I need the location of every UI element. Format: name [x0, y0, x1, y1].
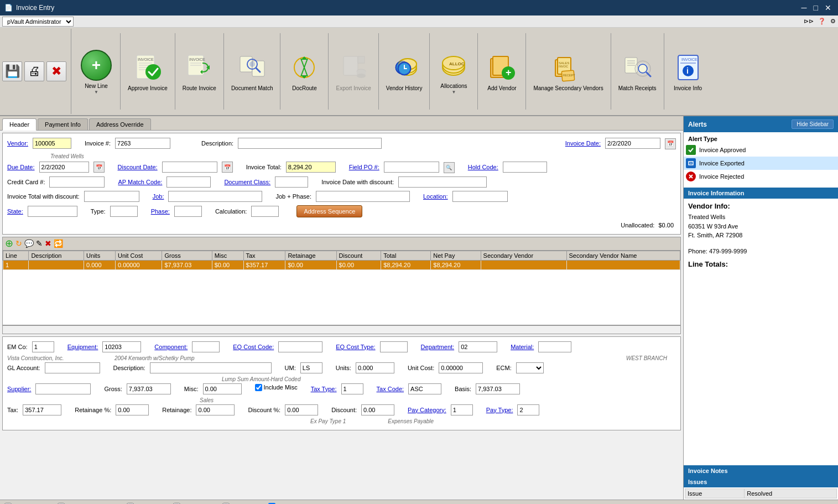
save-button[interactable]: 💾 [2, 61, 22, 81]
discount-date-label[interactable]: Discount Date: [118, 164, 158, 170]
supplier-label[interactable]: Supplier: [7, 386, 31, 392]
table-row[interactable]: 1 0.000 0.00000 $7,937.03 $0.00 $357.17 … [3, 260, 680, 269]
minimize-button[interactable]: ─ [799, 3, 809, 12]
add-vendor-button[interactable]: + Add Vendor [480, 48, 523, 95]
vendor-label[interactable]: Vendor: [7, 140, 28, 147]
pay-type-input[interactable] [517, 404, 539, 415]
allocations-button[interactable]: ALLOC Allocations ▼ [432, 46, 475, 97]
document-match-button[interactable]: Document Match [226, 48, 278, 95]
eq-cost-type-input[interactable] [380, 341, 408, 352]
hide-sidebar-button[interactable]: Hide Sidebar [792, 119, 834, 129]
tax-code-input[interactable] [408, 383, 441, 394]
grid-icon-5[interactable]: 🔁 [54, 239, 63, 248]
department-input[interactable] [459, 341, 497, 352]
ap-match-input[interactable] [166, 176, 211, 188]
nav-icon[interactable]: ⊳⊳ [804, 18, 814, 25]
job-phase-input[interactable] [316, 191, 410, 202]
location-input[interactable] [452, 191, 508, 202]
phase-input[interactable] [174, 206, 202, 217]
phase-label[interactable]: Phase: [151, 208, 170, 215]
invoice-date-label[interactable]: Invoice Date: [565, 140, 601, 147]
include-misc-checkbox-label[interactable]: Include Misc [255, 384, 298, 391]
eq-cost-type-label[interactable]: EQ Cost Type: [336, 344, 375, 350]
pay-type-label[interactable]: Pay Type: [486, 407, 513, 413]
field-po-label[interactable]: Field PO #: [349, 164, 379, 170]
detail-description-input[interactable] [150, 362, 272, 373]
invoice-date-discount-input[interactable] [398, 176, 487, 188]
invoice-total-input[interactable] [286, 162, 336, 173]
vendor-input[interactable] [33, 138, 71, 149]
doc-route-button[interactable]: DocRoute [283, 48, 326, 95]
credit-card-input[interactable] [49, 176, 105, 188]
misc-input[interactable] [203, 383, 242, 394]
eq-cost-code-input[interactable] [278, 341, 322, 352]
gross-input[interactable] [127, 383, 171, 394]
include-misc-checkbox[interactable] [255, 384, 262, 391]
job-input[interactable] [168, 191, 262, 202]
help-icon[interactable]: ❓ [818, 18, 826, 25]
tax-input[interactable] [23, 404, 61, 415]
export-invoice-button[interactable]: Export Invoice [331, 48, 376, 95]
pay-category-input[interactable] [451, 404, 473, 415]
unit-cost-input[interactable] [439, 362, 483, 373]
grid-icon-3[interactable]: 💬 [24, 239, 34, 248]
retainage-pct-input[interactable] [116, 404, 149, 415]
material-input[interactable] [538, 341, 571, 352]
invoice-date-input[interactable] [605, 138, 660, 149]
document-class-label[interactable]: Document Class: [224, 179, 270, 185]
ecm-select[interactable] [516, 362, 544, 373]
field-po-input[interactable] [384, 162, 439, 173]
tab-payment-info[interactable]: Payment Info [38, 118, 88, 130]
invoice-date-cal-button[interactable]: 📅 [665, 138, 676, 149]
window-controls[interactable]: ─ □ ✕ [799, 3, 834, 12]
settings-icon[interactable]: ⚙ [830, 18, 836, 25]
units-input[interactable] [356, 362, 394, 373]
state-label[interactable]: State: [7, 208, 23, 215]
component-input[interactable] [192, 341, 220, 352]
job-label[interactable]: Job: [153, 193, 164, 200]
invoice-total-discount-input[interactable] [84, 191, 139, 202]
grid-delete-icon[interactable]: ✖ [45, 239, 51, 248]
state-input[interactable] [28, 206, 77, 217]
basis-input[interactable] [476, 383, 520, 394]
grid-add-icon[interactable]: ⊕ [5, 237, 13, 250]
match-receipts-button[interactable]: Match Receipts [613, 48, 662, 95]
equipment-label[interactable]: Equipment: [67, 344, 98, 350]
equipment-input[interactable] [102, 341, 141, 352]
close-btn[interactable]: ✖ [46, 61, 66, 81]
type-input[interactable] [110, 206, 138, 217]
discount-pct-input[interactable] [285, 404, 318, 415]
secondary-vendors-button[interactable]: SALES INVOIC RECEIPT Manage Secondary Ve… [528, 48, 608, 95]
approve-invoice-button[interactable]: INVOICE Approve Invoice [123, 48, 173, 95]
tax-code-label[interactable]: Tax Code: [377, 386, 404, 392]
grid-icon-2[interactable]: ↻ [15, 239, 22, 248]
ap-match-label[interactable]: AP Match Code: [118, 179, 162, 185]
close-button[interactable]: ✕ [823, 3, 834, 12]
um-input[interactable] [300, 362, 322, 373]
pay-category-label[interactable]: Pay Category: [408, 407, 446, 413]
alert-rejected[interactable]: Invoice Rejected [684, 170, 838, 183]
print-button[interactable]: 🖨 [24, 61, 44, 81]
maximize-button[interactable]: □ [811, 3, 820, 12]
hold-code-input[interactable] [503, 162, 547, 173]
alert-exported[interactable]: Invoice Exported [684, 157, 838, 170]
tab-address-override[interactable]: Address Override [89, 118, 151, 130]
invoice-num-input[interactable] [115, 138, 170, 149]
supplier-input[interactable] [35, 383, 91, 394]
grid-scrollbar[interactable] [2, 325, 681, 334]
discount-input[interactable] [361, 404, 394, 415]
field-po-btn[interactable]: 🔍 [444, 162, 455, 173]
tab-header[interactable]: Header [2, 118, 37, 131]
location-label[interactable]: Location: [423, 193, 448, 200]
retainage-input[interactable] [196, 404, 235, 415]
due-date-cal-button[interactable]: 📅 [93, 162, 105, 173]
gl-account-input[interactable] [45, 362, 100, 373]
user-dropdown[interactable]: pVault Administrator [2, 17, 74, 27]
calculation-input[interactable] [251, 206, 279, 217]
description-input[interactable] [238, 138, 382, 149]
material-label[interactable]: Material: [511, 344, 534, 350]
vendor-history-button[interactable]: Vendor History [381, 48, 428, 95]
grid-icon-4[interactable]: ✎ [36, 239, 43, 248]
route-invoice-button[interactable]: INVOICE Route Invoice [178, 48, 221, 95]
eq-cost-code-label[interactable]: EQ Cost Code: [233, 344, 274, 350]
